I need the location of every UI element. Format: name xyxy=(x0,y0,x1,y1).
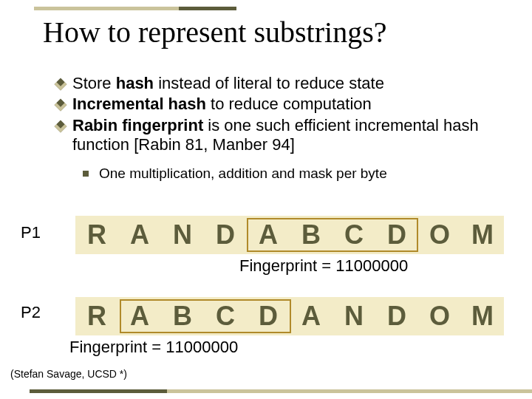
body-list: Store hash instead of literal to reduce … xyxy=(56,74,499,182)
bullet-text: Incremental hash to reduce computation xyxy=(72,95,372,114)
diamond-icon xyxy=(55,120,67,132)
highlight-box xyxy=(247,218,418,252)
decoration-bar xyxy=(30,389,167,393)
decoration-bar xyxy=(179,7,236,10)
diamond-icon xyxy=(55,78,67,91)
bullet-item: Rabin fingerprint is one such efficient … xyxy=(56,116,499,155)
char-cell: A xyxy=(290,301,332,332)
char-cell: D xyxy=(375,301,418,332)
p1-label: P1 xyxy=(21,223,41,242)
char-cell: R xyxy=(75,219,118,250)
slide: How to represent substrings? Store hash … xyxy=(0,0,532,399)
bullet-text: Rabin fingerprint is one such efficient … xyxy=(72,116,499,155)
char-cell: M xyxy=(461,301,504,332)
diamond-icon xyxy=(55,99,67,112)
char-cell: O xyxy=(418,301,461,332)
char-cell: N xyxy=(332,301,375,332)
highlight-box xyxy=(120,299,291,333)
slide-title: How to represent substrings? xyxy=(43,15,501,50)
sub-bullet-text: One multiplication, addition and mask pe… xyxy=(99,166,387,182)
char-cell: D xyxy=(204,219,247,250)
square-icon xyxy=(83,171,89,177)
char-cell: O xyxy=(418,219,461,250)
char-cell: M xyxy=(461,219,504,250)
p2-label: P2 xyxy=(21,303,41,322)
decoration-bar xyxy=(34,7,179,10)
decoration-bar xyxy=(167,389,532,393)
bullet-text: Store hash instead of literal to reduce … xyxy=(72,74,384,93)
sub-bullet-item: One multiplication, addition and mask pe… xyxy=(83,166,499,182)
bullet-item: Incremental hash to reduce computation xyxy=(56,95,499,114)
char-cell: R xyxy=(75,301,118,332)
footer-credit: (Stefan Savage, UCSD *) xyxy=(10,368,127,380)
bullet-item: Store hash instead of literal to reduce … xyxy=(56,74,499,93)
fingerprint-label-1: Fingerprint = 11000000 xyxy=(239,256,408,276)
char-cell: N xyxy=(161,219,204,250)
fingerprint-label-2: Fingerprint = 11000000 xyxy=(69,338,238,357)
char-cell: A xyxy=(118,219,161,250)
